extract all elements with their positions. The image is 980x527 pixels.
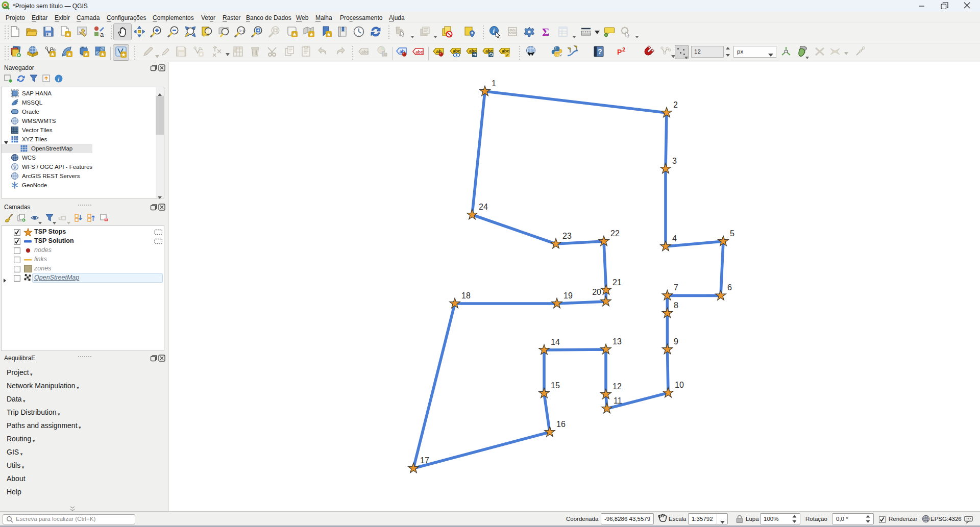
svg-text:12: 12 <box>612 382 622 391</box>
svg-text:16: 16 <box>556 420 566 429</box>
svg-text:14: 14 <box>551 338 560 346</box>
svg-text:Σ: Σ <box>542 26 549 38</box>
svg-text:1:1: 1:1 <box>239 29 245 33</box>
svg-text:abc: abc <box>453 48 460 54</box>
svg-text:19: 19 <box>564 291 573 300</box>
svg-text:24: 24 <box>479 203 488 211</box>
svg-text:a: a <box>100 31 104 38</box>
svg-text:P: P <box>617 48 622 56</box>
svg-text:4: 4 <box>672 234 677 243</box>
svg-text:2: 2 <box>622 46 625 53</box>
svg-text:18: 18 <box>461 291 471 300</box>
svg-text:9: 9 <box>674 337 678 346</box>
svg-text:V: V <box>13 165 16 170</box>
svg-text:21: 21 <box>612 278 622 287</box>
svg-text:7: 7 <box>674 283 678 292</box>
svg-text:8: 8 <box>674 301 678 310</box>
svg-text:17: 17 <box>420 456 429 465</box>
svg-text:6: 6 <box>727 283 732 292</box>
svg-text:abc: abc <box>415 49 423 55</box>
svg-text:abc: abc <box>361 49 369 55</box>
svg-text:20: 20 <box>592 288 601 296</box>
svg-text:i: i <box>493 27 495 35</box>
svg-text:3: 3 <box>672 157 677 165</box>
svg-text:5: 5 <box>730 229 734 238</box>
svg-text:23: 23 <box>562 232 572 240</box>
svg-text:22: 22 <box>610 229 620 238</box>
svg-text:13: 13 <box>612 337 622 346</box>
svg-text:11: 11 <box>614 396 622 405</box>
svg-text:15: 15 <box>551 381 560 390</box>
svg-text:1: 1 <box>492 79 496 88</box>
svg-text:?: ? <box>598 47 602 56</box>
svg-text:ε: ε <box>58 214 61 221</box>
svg-text:10: 10 <box>675 381 684 389</box>
svg-text:2: 2 <box>673 101 678 109</box>
